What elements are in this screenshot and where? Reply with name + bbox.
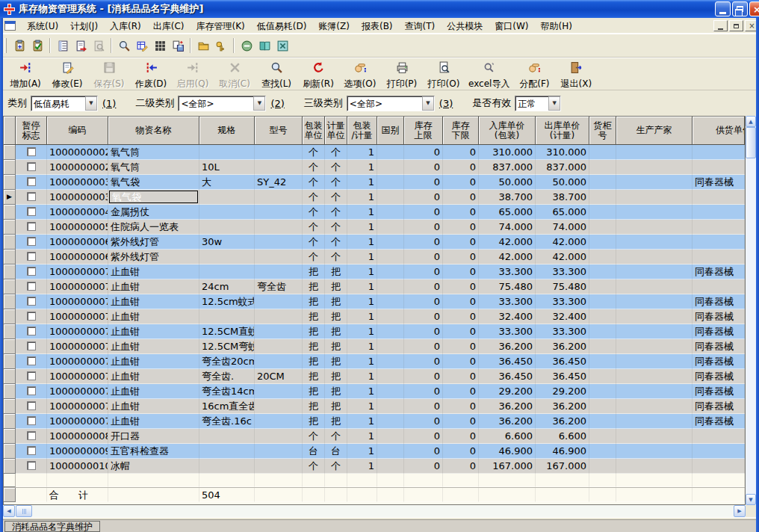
row-indicator[interactable] (4, 265, 16, 279)
pause-checkbox[interactable] (27, 371, 36, 380)
toolbar-button-preview[interactable]: 打印(O) (423, 61, 465, 89)
scroll-up-button[interactable]: ▲ (746, 116, 756, 127)
vertical-scroll-thumb[interactable] (746, 127, 756, 158)
scroll-down-button[interactable]: ▼ (746, 494, 756, 505)
name-edit-input[interactable]: 氧气袋 (109, 191, 198, 203)
thirdcategory-combo[interactable]: <全部> ▼ (347, 96, 435, 111)
table-row[interactable]: 1000000009五官科检查器台台10046.90046.900 (4, 444, 745, 459)
chevron-down-icon[interactable]: ▼ (85, 96, 97, 111)
mdi-child-icon[interactable] (4, 21, 16, 31)
toolbar-button-find[interactable]: 查找(L) (255, 61, 297, 89)
row-indicator[interactable] (4, 175, 16, 190)
keypad-icon[interactable] (151, 37, 169, 55)
table-row[interactable]: 1000000006紫外线灯管30w个个10042.00042.000 (4, 235, 745, 250)
table-row[interactable]: 1000000007止血钳12.5CM直蚊把把10033.30033.300同春… (4, 324, 745, 339)
toolbar-button-save[interactable]: 保存(S) (88, 61, 130, 89)
table-row[interactable]: 1000000007止血钳把把10032.40032.400同春器械 (4, 309, 745, 324)
menu-item-2[interactable]: 计划(J) (64, 19, 104, 33)
menu-item-8[interactable]: 报表(B) (356, 19, 399, 33)
vertical-scrollbar[interactable]: ▲ ▼ (746, 116, 756, 505)
toolbar-button-edit[interactable]: 修改(E) (46, 61, 88, 89)
category-combo[interactable]: 低值易耗 ▼ (31, 96, 98, 111)
row-indicator[interactable] (4, 414, 16, 429)
scroll-right-button[interactable]: ▶ (734, 505, 746, 517)
table-row[interactable]: 1000000007止血钳12.5CM弯蚊把把10036.20036.200同春… (4, 339, 745, 354)
row-indicator[interactable] (4, 384, 16, 399)
chevron-down-icon[interactable]: ▼ (548, 96, 560, 111)
pause-checkbox[interactable] (27, 461, 36, 470)
row-indicator[interactable] (4, 294, 16, 309)
pause-checkbox[interactable] (27, 267, 36, 276)
column-header-country[interactable]: 国别 (377, 117, 404, 145)
table-row[interactable]: 1000000007止血钳弯全齿.16c把把10036.20036.200同春器… (4, 414, 745, 429)
row-indicator[interactable] (4, 250, 16, 265)
table-row[interactable]: 1000000008开口器个个1006.6006.600 (4, 429, 745, 444)
remove-circle-icon[interactable] (238, 37, 255, 55)
column-header-model[interactable]: 型号 (255, 117, 303, 145)
menu-item-7[interactable]: 账簿(Z) (312, 19, 356, 33)
row-indicator[interactable] (4, 279, 16, 294)
row-indicator[interactable] (4, 205, 16, 220)
valid-combo[interactable]: 正常 ▼ (515, 96, 561, 111)
toolbar-button-exit[interactable]: 退出(X) (555, 61, 597, 89)
row-indicator[interactable] (4, 429, 16, 444)
export-doc-icon[interactable] (72, 37, 90, 55)
pause-checkbox[interactable] (27, 386, 36, 395)
mdi-minimize-button[interactable] (713, 20, 728, 31)
column-header-out_price[interactable]: 出库单价 (计量) (536, 117, 589, 145)
minimize-button[interactable] (715, 1, 731, 16)
toolbar-button-add[interactable]: 增加(A) (4, 61, 46, 89)
row-indicator[interactable] (4, 145, 16, 160)
pause-checkbox[interactable] (27, 192, 36, 201)
table-row[interactable]: 1000000006紫外线灯管个个10042.00042.000 (4, 250, 745, 265)
clipboard-new-icon[interactable] (10, 37, 28, 55)
table-row[interactable]: 1000000007止血钳弯全齿20cm把把10036.45036.450同春器… (4, 354, 745, 369)
toolbar-button-excel[interactable]: excel导入 (465, 61, 513, 89)
table-row[interactable]: ▶1000000003氧气袋个个10038.70038.700 (4, 190, 745, 205)
clipboard-check-icon[interactable] (28, 37, 46, 55)
toolbar-button-void[interactable]: 作废(D) (130, 61, 172, 89)
toolbar-button-refresh[interactable]: 刷新(R) (297, 61, 339, 89)
restore-button[interactable] (732, 1, 748, 16)
column-header-code[interactable]: 编码 (47, 117, 108, 145)
close-grid-icon[interactable] (273, 37, 291, 55)
chevron-down-icon[interactable]: ▼ (422, 96, 434, 111)
pause-checkbox[interactable] (27, 416, 36, 425)
row-indicator[interactable] (4, 354, 16, 369)
pause-checkbox[interactable] (27, 162, 36, 171)
horizontal-scroll-thumb[interactable] (16, 505, 32, 517)
pause-checkbox[interactable] (27, 327, 36, 335)
menu-item-4[interactable]: 出库(C) (147, 19, 190, 33)
column-header-spec[interactable]: 规格 (199, 117, 255, 145)
table-row[interactable]: 1000000010冰帽个个100167.000167.000 (4, 459, 745, 474)
row-indicator[interactable]: ▶ (4, 190, 16, 205)
table-row[interactable]: 1000000007止血钳12.5cm蚊式把把10033.30033.300同春… (4, 294, 745, 309)
folder-icon[interactable] (194, 37, 212, 55)
pause-checkbox[interactable] (27, 297, 36, 306)
toolbar-button-options[interactable]: 选项(O) (339, 61, 381, 89)
pause-checkbox[interactable] (27, 237, 36, 246)
pause-checkbox[interactable] (27, 282, 36, 291)
chevron-down-icon[interactable]: ▼ (253, 96, 265, 111)
toolbar-button-assign[interactable]: 分配(F) (513, 61, 555, 89)
column-header-pack_unit[interactable]: 包装 单位 (303, 117, 325, 145)
toolbar-grip[interactable] (4, 38, 7, 53)
list-doc-icon[interactable] (54, 37, 72, 55)
pause-checkbox[interactable] (27, 356, 36, 365)
table-row[interactable]: 1000000007止血钳弯全齿14cm把把10029.20029.200同春器… (4, 384, 745, 399)
row-indicator[interactable] (4, 459, 16, 474)
row-indicator[interactable] (4, 444, 16, 459)
key-icon[interactable] (212, 37, 230, 55)
table-row[interactable]: 1000000002氧气筒个个100310.000310.000 (4, 145, 745, 160)
horizontal-scroll-track[interactable] (32, 505, 734, 517)
column-header-lower[interactable]: 库存 下限 (443, 117, 479, 145)
toolbar-button-enable[interactable]: 启用(Q) (172, 61, 214, 89)
save-export-icon[interactable] (169, 37, 187, 55)
pause-checkbox[interactable] (27, 401, 36, 410)
row-indicator[interactable] (4, 339, 16, 354)
pause-checkbox[interactable] (27, 312, 36, 321)
pause-checkbox[interactable] (27, 207, 36, 216)
menu-item-9[interactable]: 查询(T) (399, 19, 442, 33)
column-header-ratio[interactable]: 包装 /计量 (347, 117, 377, 145)
pause-checkbox[interactable] (27, 222, 36, 231)
